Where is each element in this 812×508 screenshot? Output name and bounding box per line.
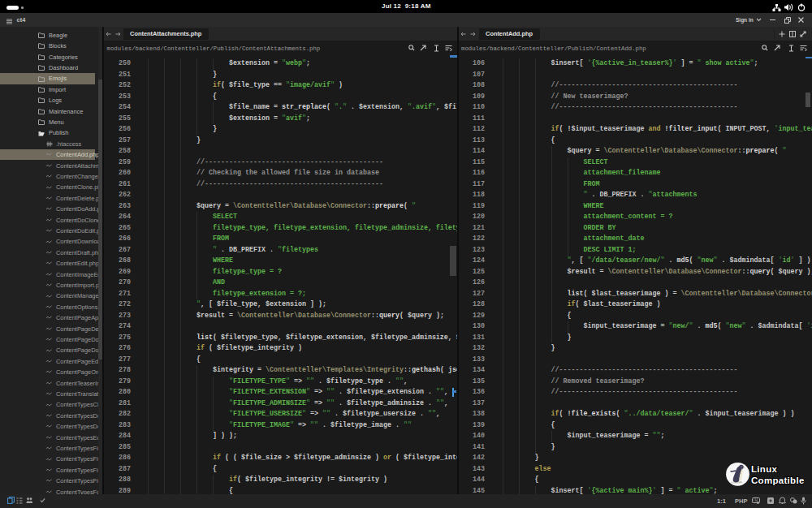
svg-text:Linux: Linux [751,464,777,474]
svg-text:Compatible: Compatible [751,476,804,485]
